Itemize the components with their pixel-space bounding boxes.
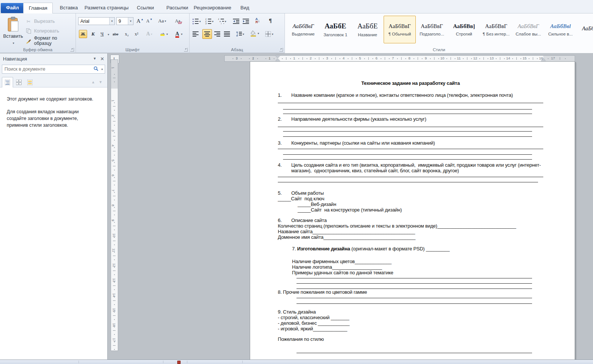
document-numbered-item[interactable]: 2.Направление деятельности фирмы (указат…	[278, 116, 543, 122]
strikethrough-button[interactable]: abe	[112, 30, 119, 38]
style-item-выделение[interactable]: АаБбВвГВыделение	[287, 16, 319, 43]
underline-dropdown-icon[interactable]: ▾	[108, 33, 109, 36]
document-fill-line[interactable]	[278, 103, 543, 103]
document-paragraph[interactable]: _____Сайт на конструкторе (типичный диза…	[298, 207, 543, 213]
status-bar[interactable]	[0, 360, 593, 364]
document-page[interactable]: Техническое задание на разработку сайта1…	[250, 61, 575, 360]
navigation-pane-menu-icon[interactable]: ▾	[94, 56, 96, 62]
document-fill-line[interactable]	[296, 278, 532, 278]
align-center-button[interactable]	[202, 29, 212, 39]
show-marks-button[interactable]: ¶	[269, 16, 272, 25]
ribbon-tab-вставка[interactable]: Вставка	[55, 3, 83, 13]
navigation-pane-close-icon[interactable]: ✕	[100, 56, 104, 62]
cut-button[interactable]: ✂ Вырезать	[25, 16, 75, 26]
font-family-combo[interactable]: Arial ▾	[78, 17, 115, 25]
style-item-слабое-вы[interactable]: АаБбВвГСлабое вы...	[512, 16, 544, 43]
tab-browse-pages[interactable]	[13, 77, 24, 87]
numbering-button[interactable]: 123 ▾	[205, 17, 213, 25]
document-paragraph[interactable]: Количество страниц (приложить описание и…	[278, 223, 543, 229]
increase-indent-button[interactable]	[243, 17, 249, 25]
proofing-errors-icon[interactable]	[177, 361, 181, 364]
align-left-button[interactable]	[193, 30, 199, 38]
document-fill-line[interactable]	[283, 136, 532, 137]
document-paragraph[interactable]: - деловой, бизнес ____________	[278, 320, 543, 326]
style-item-partial[interactable]: АаБбВвГ	[577, 16, 593, 43]
multilevel-list-button[interactable]: 1ai ▾	[218, 17, 226, 25]
justify-button[interactable]	[224, 30, 230, 38]
document-paragraph[interactable]: 9. Стиль дизайна	[278, 309, 543, 315]
document-paragraph[interactable]: Наличие логотипа___________________	[292, 264, 543, 270]
document-paragraph[interactable]: - игровой, яркий_____________	[278, 326, 543, 331]
paragraph-dialog-launcher[interactable]	[279, 48, 283, 52]
document-paragraph[interactable]: _____Веб-дизайн	[298, 201, 543, 207]
document-numbered-item[interactable]: 6.Описание сайта	[278, 218, 543, 223]
paste-button[interactable]: Вставить ▾	[3, 16, 23, 49]
borders-button[interactable]: ▾	[265, 30, 273, 38]
hanging-indent-marker[interactable]	[276, 59, 280, 61]
document-fill-line[interactable]	[278, 177, 543, 177]
document-numbered-item[interactable]: 3.Конкуренты, партнеры (ссылки на сайты …	[278, 140, 543, 146]
document-numbered-item[interactable]: 1.Название компании (краткое и полное), …	[278, 92, 543, 98]
document-paragraph[interactable]: _____Сайт под ключ	[278, 196, 543, 201]
ribbon-tab-ссылки[interactable]: Ссылки	[132, 3, 159, 13]
shading-button[interactable]: ▾	[250, 29, 259, 37]
tab-browse-results[interactable]	[24, 77, 36, 87]
document-paragraph[interactable]: Доменное имя сайта______________________…	[278, 234, 543, 240]
align-right-button[interactable]	[214, 30, 220, 38]
document-paragraph[interactable]: - строгий, классический _______	[278, 315, 543, 320]
ribbon-tab-рецензирование[interactable]: Рецензирование	[188, 3, 236, 13]
search-icon[interactable]	[92, 66, 101, 72]
decrease-indent-button[interactable]	[233, 17, 239, 25]
document-fill-line[interactable]	[296, 283, 532, 284]
tab-browse-headings[interactable]	[2, 77, 13, 87]
highlight-color-button[interactable]: ab ▾	[159, 30, 169, 38]
paste-dropdown-icon[interactable]: ▾	[13, 41, 14, 45]
previous-heading-arrow-icon[interactable]: ▲	[91, 80, 95, 84]
underline-button[interactable]: Ч	[98, 30, 106, 38]
document-fill-line[interactable]	[296, 353, 532, 353]
document-title[interactable]: Техническое задание на разработку сайта	[278, 80, 543, 86]
ribbon-tab-file[interactable]: Файл	[1, 3, 24, 13]
document-paragraph[interactable]: Пожелания по стилю	[278, 336, 543, 342]
document-paragraph[interactable]: Наличие фирменных цветов______________	[292, 259, 543, 264]
sort-button[interactable]: АЯ↓	[255, 16, 260, 25]
bullets-button[interactable]: ▾	[193, 17, 201, 25]
document-numbered-item[interactable]: 4.Цель создания сайта и его тип (визитка…	[278, 162, 543, 173]
grow-font-button[interactable]: A▲	[136, 17, 144, 25]
ribbon-tab-вид[interactable]: Вид	[235, 3, 255, 13]
document-paragraph[interactable]: 7. Изготовление дизайна (оригинал-макет …	[292, 246, 543, 252]
font-color-button[interactable]: A ▾	[174, 30, 183, 38]
clipboard-dialog-launcher[interactable]	[70, 48, 74, 52]
font-size-combo[interactable]: 9 ▾	[116, 17, 133, 25]
style-item-заголовок-1[interactable]: АаБбЕЗаголовок 1	[319, 16, 351, 43]
document-fill-line[interactable]	[283, 159, 532, 160]
document-fill-line[interactable]	[278, 127, 543, 127]
ribbon-tab-разметка страницы[interactable]: Разметка страницы	[79, 3, 134, 13]
subscript-button[interactable]: x₂	[123, 30, 130, 38]
style-item-название[interactable]: АаБбЕНазвание	[351, 16, 384, 43]
document-search-box[interactable]: ▾	[2, 65, 105, 74]
font-family-dropdown-icon[interactable]: ▾	[109, 18, 114, 25]
copy-button[interactable]: Копировать	[25, 26, 75, 36]
line-spacing-button[interactable]: ▾	[236, 30, 244, 38]
style-item-строгий[interactable]: АаБбВв]Строгий	[448, 16, 480, 43]
document-fill-line[interactable]	[283, 109, 532, 109]
document-fill-line[interactable]	[296, 298, 532, 298]
document-fill-line[interactable]	[283, 114, 532, 114]
style-item-обычный[interactable]: АаБбВвГ¶ Обычный	[384, 16, 416, 43]
document-fill-line[interactable]	[283, 154, 532, 155]
style-item-без-интер[interactable]: АаБбВвГ¶ Без интер...	[480, 16, 512, 43]
document-numbered-item[interactable]: 5.Объем работы	[278, 190, 543, 196]
style-item-подзаголо[interactable]: АаБбВвГПодзаголо...	[416, 16, 448, 43]
style-item-сильное-в[interactable]: АаБбВвlСильное в...	[544, 16, 577, 43]
ribbon-tab-главная[interactable]: Главная	[23, 3, 53, 13]
document-fill-line[interactable]	[296, 303, 532, 304]
superscript-button[interactable]: x²	[133, 30, 140, 38]
bold-button[interactable]: Ж	[79, 30, 87, 38]
document-fill-line[interactable]	[283, 131, 532, 132]
document-fill-line[interactable]	[296, 289, 532, 289]
document-paragraph[interactable]: 8. Прочие пожелания по цветовой гамме	[278, 289, 543, 295]
font-dialog-launcher[interactable]	[184, 48, 188, 52]
document-fill-line[interactable]	[278, 182, 538, 182]
text-effects-button[interactable]: A▾	[145, 30, 153, 38]
